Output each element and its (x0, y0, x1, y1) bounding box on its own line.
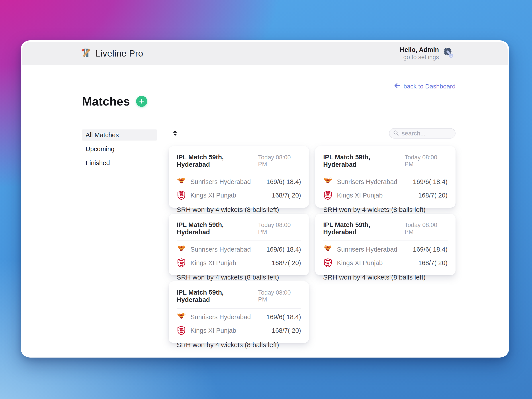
app-header: Liveline Pro Hello, Admin go to settings (22, 42, 508, 65)
plus-icon (139, 98, 145, 105)
search-box (389, 128, 456, 139)
team-score: 168/7( 20) (418, 259, 448, 267)
kxip-logo-icon: XI (177, 191, 186, 200)
team-row: XI Kings XI Punjab 168/7( 20) (177, 190, 301, 200)
back-link-label: back to Dashboard (403, 83, 456, 90)
team-name: Kings XI Punjab (190, 327, 236, 334)
match-result: SRH won by 4 wickets (8 balls left) (177, 206, 301, 214)
team-row: Sunrisers Hyderabad 169/6( 18.4) (323, 244, 448, 254)
sidebar-item-label: All Matches (86, 132, 119, 139)
brand-name: Liveline Pro (95, 49, 143, 58)
svg-text:XI: XI (181, 194, 182, 196)
team-score: 168/7( 20) (272, 259, 301, 267)
match-card-head: IPL Match 59th, Hyderabad Today 08:00 PM (177, 289, 301, 304)
team-row: Sunrisers Hyderabad 169/6( 18.4) (323, 177, 448, 187)
match-card-head: IPL Match 59th, Hyderabad Today 08:00 PM (177, 154, 301, 168)
settings-gear-icon[interactable] (443, 47, 455, 60)
svg-text:XI: XI (327, 262, 329, 264)
team-row: XI Kings XI Punjab 168/7( 20) (177, 325, 301, 336)
match-result: SRH won by 4 wickets (8 balls left) (323, 273, 448, 281)
sidebar-item[interactable]: All Matches (82, 129, 157, 140)
team-score: 169/6( 18.4) (413, 246, 448, 253)
kxip-logo-icon: XI (323, 258, 332, 267)
match-time: Today 08:00 PM (405, 154, 448, 168)
team-name: Sunrisers Hyderabad (337, 246, 397, 253)
match-card[interactable]: IPL Match 59th, Hyderabad Today 08:00 PM (315, 214, 456, 275)
app-window: Liveline Pro Hello, Admin go to settings (21, 40, 509, 358)
match-time: Today 08:00 PM (258, 222, 301, 235)
team-row: XI Kings XI Punjab 168/7( 20) (177, 258, 301, 268)
match-result: SRH won by 4 wickets (8 balls left) (177, 341, 301, 349)
match-card-head: IPL Match 59th, Hyderabad Today 08:00 PM (323, 154, 448, 168)
title-row: Matches (82, 95, 456, 108)
matches-main: IPL Match 59th, Hyderabad Today 08:00 PM (169, 128, 456, 358)
match-time: Today 08:00 PM (258, 154, 301, 168)
sidebar-item-label: Upcoming (86, 146, 115, 153)
search-input[interactable] (402, 130, 452, 137)
sidebar-item[interactable]: Finished (82, 157, 157, 168)
match-title: IPL Match 59th, Hyderabad (177, 221, 258, 236)
sidebar-item[interactable]: Upcoming (82, 143, 157, 154)
srh-logo-icon (177, 245, 186, 254)
team-score: 168/7( 20) (272, 192, 301, 199)
user-greeting: Hello, Admin (400, 46, 439, 54)
cricket-logo-icon (81, 47, 91, 60)
brand: Liveline Pro (81, 47, 143, 60)
match-card-divider (177, 173, 301, 173)
match-cards-grid: IPL Match 59th, Hyderabad Today 08:00 PM (169, 146, 456, 358)
match-card-divider (323, 241, 448, 241)
add-match-button[interactable] (136, 96, 147, 107)
match-card-divider (177, 241, 301, 241)
sidebar-item-label: Finished (86, 159, 110, 167)
team-score: 168/7( 20) (418, 192, 448, 199)
svg-text:XI: XI (181, 262, 182, 264)
srh-logo-icon (177, 177, 186, 186)
kxip-logo-icon: XI (177, 326, 186, 335)
page-title: Matches (82, 95, 130, 108)
match-result: SRH won by 4 wickets (8 balls left) (177, 273, 301, 281)
back-row: back to Dashboard (82, 83, 456, 90)
matches-filter-sidebar: All Matches Upcoming Finished (82, 128, 157, 358)
team-score: 169/6( 18.4) (266, 246, 301, 253)
match-card[interactable]: IPL Match 59th, Hyderabad Today 08:00 PM (169, 281, 309, 343)
match-time: Today 08:00 PM (258, 289, 301, 303)
team-name: Sunrisers Hyderabad (190, 246, 251, 253)
team-score: 169/6( 18.4) (266, 313, 301, 321)
srh-logo-icon (177, 312, 186, 322)
team-row: Sunrisers Hyderabad 169/6( 18.4) (177, 244, 301, 254)
go-to-settings-link[interactable]: go to settings (400, 54, 439, 61)
match-card-head: IPL Match 59th, Hyderabad Today 08:00 PM (177, 221, 301, 236)
controls-row (169, 128, 456, 139)
page-body: back to Dashboard Matches All Ma (22, 83, 508, 358)
srh-logo-icon (323, 245, 332, 254)
match-card-head: IPL Match 59th, Hyderabad Today 08:00 PM (323, 221, 448, 236)
team-name: Kings XI Punjab (337, 192, 383, 199)
match-time: Today 08:00 PM (405, 222, 448, 235)
content-layout: All Matches Upcoming Finished (82, 128, 456, 358)
team-score: 169/6( 18.4) (266, 178, 301, 185)
search-icon (393, 130, 399, 137)
arrow-left-icon (394, 83, 400, 90)
kxip-logo-icon: XI (177, 258, 186, 267)
match-card[interactable]: IPL Match 59th, Hyderabad Today 08:00 PM (169, 214, 309, 275)
kxip-logo-icon: XI (323, 191, 332, 200)
match-title: IPL Match 59th, Hyderabad (177, 154, 258, 168)
sort-button[interactable] (173, 130, 177, 137)
match-card-divider (177, 308, 301, 309)
team-name: Kings XI Punjab (190, 192, 236, 199)
back-to-dashboard-link[interactable]: back to Dashboard (394, 83, 456, 90)
match-card-divider (323, 173, 448, 173)
title-divider (82, 114, 456, 114)
match-card[interactable]: IPL Match 59th, Hyderabad Today 08:00 PM (169, 146, 309, 208)
match-title: IPL Match 59th, Hyderabad (177, 289, 258, 304)
sort-arrows-icon (173, 130, 177, 137)
user-text: Hello, Admin go to settings (400, 46, 439, 61)
match-title: IPL Match 59th, Hyderabad (323, 221, 405, 236)
svg-text:XI: XI (181, 329, 182, 331)
team-name: Kings XI Punjab (337, 259, 383, 267)
user-block: Hello, Admin go to settings (400, 46, 455, 61)
team-score: 168/7( 20) (272, 327, 301, 334)
team-row: Sunrisers Hyderabad 169/6( 18.4) (177, 312, 301, 322)
svg-text:XI: XI (327, 194, 329, 196)
match-card[interactable]: IPL Match 59th, Hyderabad Today 08:00 PM (315, 146, 456, 208)
